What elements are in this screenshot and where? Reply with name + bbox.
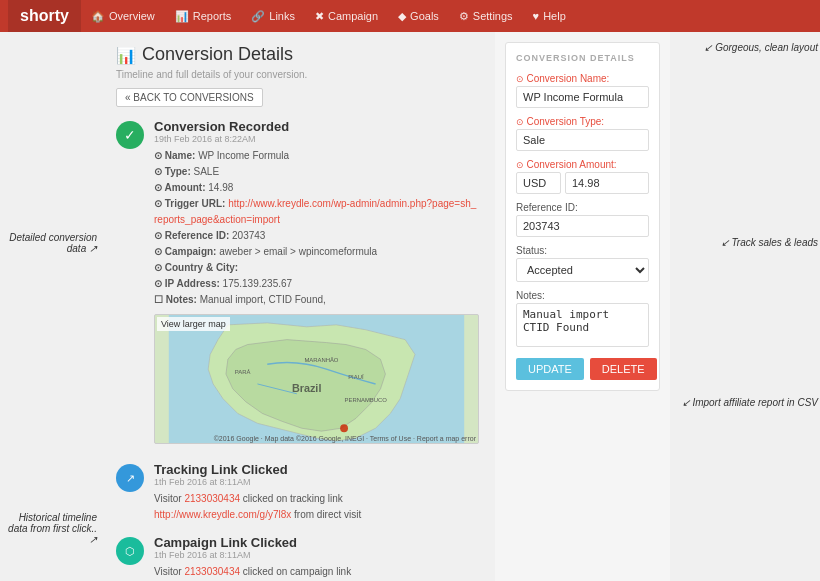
annotation-gorgeous: ↙ Gorgeous, clean layout <box>678 42 818 53</box>
left-annotations: Detailed conversion data ↗ Historical ti… <box>0 32 100 581</box>
nav-settings[interactable]: ⚙ Settings <box>449 0 523 32</box>
tracking-content: Tracking Link Clicked 1th Feb 2016 at 8:… <box>154 462 479 523</box>
annotation-track: ↙ Track sales & leads <box>678 237 818 248</box>
body-row: Detailed conversion data ↗ Historical ti… <box>0 32 820 581</box>
campaign-title: Campaign Link Clicked <box>154 535 479 550</box>
page-subtitle: Timeline and full details of your conver… <box>116 69 479 80</box>
sidebar: CONVERSION DETAILS Conversion Name: Conv… <box>495 32 670 581</box>
page-title: Conversion Details <box>142 44 293 65</box>
visitor-link-1[interactable]: 2133030434 <box>184 493 240 504</box>
back-to-conversions-button[interactable]: « BACK TO CONVERSIONS <box>116 88 263 107</box>
svg-point-8 <box>340 424 348 432</box>
tracking-title: Tracking Link Clicked <box>154 462 479 477</box>
tracking-link-1[interactable]: http://www.kreydle.com/g/y7l8x <box>154 509 291 520</box>
nav-goals[interactable]: ◆ Goals <box>388 0 449 32</box>
annotation-import: ↙ Import affiliate report in CSV <box>678 397 818 408</box>
campaign-details: Visitor 2133030434 clicked on campaign l… <box>154 564 479 581</box>
map-view-larger[interactable]: View larger map <box>157 317 230 331</box>
conversion-details-panel: CONVERSION DETAILS Conversion Name: Conv… <box>505 42 660 391</box>
map-area: Brazil PARÁ MARANHÃO PIAUÍ PERNAMBUCO Vi… <box>154 314 479 444</box>
navbar: shorty 🏠 Overview 📊 Reports 🔗 Links ✖ Ca… <box>0 0 820 32</box>
panel-title: CONVERSION DETAILS <box>516 53 649 63</box>
notes-textarea[interactable]: Manual import CTID Found <box>516 303 649 347</box>
timeline-item-tracking: ↗ Tracking Link Clicked 1th Feb 2016 at … <box>116 462 479 523</box>
reference-id-input[interactable] <box>516 215 649 237</box>
nav-help[interactable]: ♥ Help <box>523 0 576 32</box>
annotation-historical: Historical timeline data from first clic… <box>2 512 97 545</box>
conversion-name-input[interactable] <box>516 86 649 108</box>
svg-text:PIAUÍ: PIAUÍ <box>348 374 364 380</box>
timeline-item-conversion: ✓ Conversion Recorded 19th Feb 2016 at 8… <box>116 119 479 450</box>
status-group: Status: Accepted Pending Rejected <box>516 245 649 282</box>
svg-text:PARÁ: PARÁ <box>235 369 251 375</box>
action-buttons: UPDATE DELETE <box>516 358 649 380</box>
tracking-details: Visitor 2133030434 clicked on tracking l… <box>154 491 479 523</box>
conversion-icon: ✓ <box>116 121 144 149</box>
notes-group: Notes: Manual import CTID Found <box>516 290 649 350</box>
campaign-date: 1th Feb 2016 at 8:11AM <box>154 550 479 560</box>
conversion-name-label: Conversion Name: <box>516 73 649 84</box>
conversion-type-group: Conversion Type: <box>516 116 649 151</box>
campaign-content: Campaign Link Clicked 1th Feb 2016 at 8:… <box>154 535 479 581</box>
conversion-content: Conversion Recorded 19th Feb 2016 at 8:2… <box>154 119 479 450</box>
annotation-detailed: Detailed conversion data ↗ <box>2 232 97 254</box>
conversion-name-group: Conversion Name: <box>516 73 649 108</box>
svg-text:MARANHÃO: MARANHÃO <box>304 357 338 363</box>
reference-id-label: Reference ID: <box>516 202 649 213</box>
right-annotations: ↙ Gorgeous, clean layout ↙ Track sales &… <box>670 32 820 581</box>
status-label: Status: <box>516 245 649 256</box>
svg-text:Brazil: Brazil <box>292 382 321 394</box>
reference-id-group: Reference ID: <box>516 202 649 237</box>
content-area: 📊 Conversion Details Timeline and full d… <box>100 32 495 581</box>
delete-button[interactable]: DELETE <box>590 358 657 380</box>
conversion-amount-label: Conversion Amount: <box>516 159 649 170</box>
status-select[interactable]: Accepted Pending Rejected <box>516 258 649 282</box>
conversion-title: Conversion Recorded <box>154 119 479 134</box>
conversion-type-label: Conversion Type: <box>516 116 649 127</box>
notes-label: Notes: <box>516 290 649 301</box>
map-credit: ©2016 Google · Map data ©2016 Google, IN… <box>214 435 476 442</box>
timeline-item-campaign: ⬡ Campaign Link Clicked 1th Feb 2016 at … <box>116 535 479 581</box>
amount-input[interactable] <box>565 172 649 194</box>
conversion-amount-group: Conversion Amount: <box>516 159 649 194</box>
nav-links[interactable]: 🔗 Links <box>241 0 305 32</box>
campaign-icon: ⬡ <box>116 537 144 565</box>
conversion-type-input[interactable] <box>516 129 649 151</box>
svg-text:PERNAMBUCO: PERNAMBUCO <box>345 397 388 403</box>
nav-reports[interactable]: 📊 Reports <box>165 0 242 32</box>
visitor-link-2[interactable]: 2133030434 <box>184 566 240 577</box>
update-button[interactable]: UPDATE <box>516 358 584 380</box>
currency-input[interactable] <box>516 172 561 194</box>
page-title-icon: 📊 <box>116 46 136 65</box>
brand-logo[interactable]: shorty <box>8 0 81 32</box>
conversion-details: ⊙ Name: WP Income Formula ⊙ Type: SALE ⊙… <box>154 148 479 308</box>
nav-campaign[interactable]: ✖ Campaign <box>305 0 388 32</box>
nav-overview[interactable]: 🏠 Overview <box>81 0 165 32</box>
tracking-icon: ↗ <box>116 464 144 492</box>
conversion-date: 19th Feb 2016 at 8:22AM <box>154 134 479 144</box>
nav-items: 🏠 Overview 📊 Reports 🔗 Links ✖ Campaign … <box>81 0 576 32</box>
tracking-date: 1th Feb 2016 at 8:11AM <box>154 477 479 487</box>
